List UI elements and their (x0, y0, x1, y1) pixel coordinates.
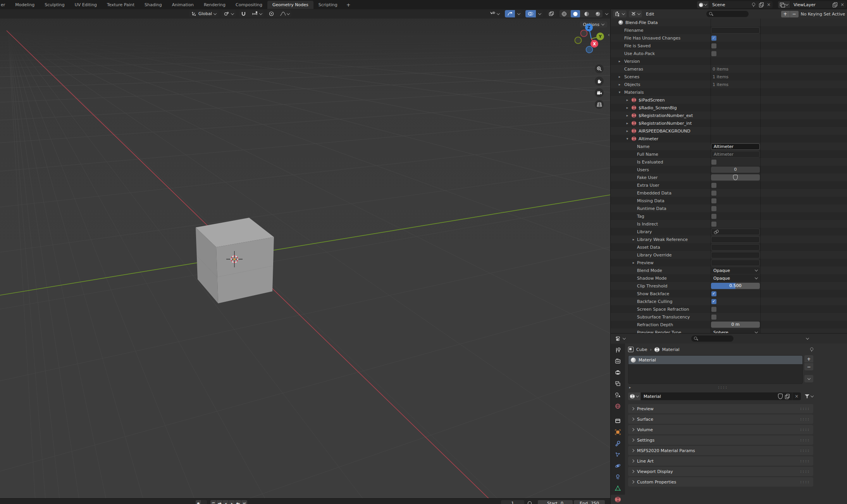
pan-button[interactable] (595, 77, 604, 86)
slot-specials-button[interactable] (804, 375, 813, 382)
outliner-row[interactable]: Embedded Data (611, 189, 847, 197)
keying-set-add-button[interactable]: + (781, 11, 790, 17)
show-overlays-toggle[interactable] (525, 10, 536, 17)
jump-to-start-button[interactable]: ⏮ (210, 500, 216, 504)
properties-editor-type-button[interactable] (614, 335, 627, 342)
workspace-tab-uv-editing[interactable]: UV Editing (70, 1, 102, 9)
outliner-row[interactable]: ▸Library Weak Reference (611, 236, 847, 243)
scene-browse-button[interactable] (697, 1, 709, 8)
properties-tab-object[interactable] (611, 427, 625, 437)
proportional-edit-group[interactable] (267, 10, 291, 17)
unlink-material-button[interactable]: × (792, 392, 801, 400)
outliner-row[interactable]: ▸AIRSPEEDBACKGROUND (611, 127, 847, 135)
outliner-row[interactable]: Extra User (611, 181, 847, 189)
expand-arrow-icon[interactable]: ▸ (618, 59, 621, 63)
properties-tab-output[interactable] (611, 368, 625, 377)
outliner-row[interactable]: ▸$RegistrationNumber_int (611, 119, 847, 127)
timeline-mode-value[interactable] (201, 500, 207, 504)
workspace-tab-shading[interactable]: Shading (139, 1, 167, 9)
outliner-row[interactable]: Subsurface Translucency (611, 313, 847, 321)
outliner-row[interactable]: Blend ModeOpaque (611, 267, 847, 274)
snap-toggle[interactable] (239, 10, 248, 17)
text-field[interactable] (711, 27, 760, 34)
proportional-falloff-dropdown[interactable] (278, 10, 291, 17)
workspace-tab-modeling[interactable]: Modeling (10, 1, 40, 9)
expand-arrow-icon[interactable]: ▸ (628, 385, 632, 389)
timeline-mode-button[interactable]: ● (196, 500, 201, 504)
outliner-row[interactable]: Preview Render TypeSphere (611, 329, 847, 333)
play-button[interactable]: ▸ (229, 500, 235, 504)
outliner-row[interactable]: ▸Preview (611, 259, 847, 267)
properties-tab-view-layer[interactable] (611, 379, 625, 389)
selectability-visibility-dropdown[interactable] (487, 10, 502, 17)
outliner-row[interactable]: Missing Data (611, 197, 847, 205)
pin-icon[interactable] (809, 347, 813, 352)
shading-material-button[interactable] (582, 10, 591, 17)
slot-remove-button[interactable]: − (804, 363, 813, 370)
panel-settings[interactable]: Settings:::: (628, 435, 813, 445)
checkbox[interactable] (711, 299, 716, 304)
checkbox[interactable] (711, 198, 716, 203)
timeline-strip[interactable]: ● ⏮ ◂◆ ◂ ▸ ◆▸ ⏭ 1 Start 0 End 250 (0, 498, 610, 504)
scene-name[interactable]: Scene (709, 2, 749, 7)
keying-set-remove-button[interactable]: − (790, 11, 799, 17)
expand-arrow-icon[interactable]: ▸ (625, 106, 629, 110)
outliner-row[interactable]: ▸$RegistrationNumber_ext (611, 112, 847, 119)
outliner-row[interactable]: Refraction Depth0 m (611, 321, 847, 329)
outliner-row[interactable]: Screen Space Refraction (611, 305, 847, 313)
outliner-row[interactable]: ▸Scenes1 items (611, 73, 847, 81)
viewlayer-selector[interactable]: ViewLayer × (778, 1, 846, 8)
checkbox[interactable] (711, 43, 716, 48)
checkbox[interactable] (711, 206, 716, 211)
properties-tab-collection[interactable] (611, 416, 625, 425)
jump-to-end-button[interactable]: ⏭ (241, 500, 247, 504)
navigation-gizmo[interactable]: ZYX (569, 20, 609, 66)
text-field[interactable]: Altimeter (711, 151, 760, 158)
outliner-row[interactable]: Shadow ModeOpaque (611, 274, 847, 282)
new-viewlayer-button[interactable] (831, 1, 838, 8)
workspace-tab-rendering[interactable]: Rendering (199, 1, 231, 9)
outliner-row[interactable]: NameAltimeter (611, 143, 847, 150)
next-keyframe-button[interactable]: ◆▸ (235, 500, 241, 504)
workspace-tab-sculpting[interactable]: Sculpting (40, 1, 69, 9)
perspective-toggle-button[interactable] (595, 100, 604, 109)
outliner-row[interactable]: ▸$Radio_ScreenBig (611, 104, 847, 112)
workspace-tab-animation[interactable]: Animation (167, 1, 199, 9)
checkbox[interactable] (711, 214, 716, 219)
empty-field[interactable] (711, 260, 760, 266)
outliner-row[interactable]: Library Override (611, 251, 847, 259)
filter-dropdown[interactable] (805, 394, 813, 399)
outliner-row[interactable]: Show Backface (611, 290, 847, 298)
panel-preview[interactable]: Preview:::: (628, 404, 813, 413)
outliner-row[interactable]: ▾Altimeter (611, 135, 847, 143)
properties-tab-tool[interactable] (611, 345, 625, 355)
viewlayer-name[interactable]: ViewLayer (790, 2, 831, 7)
text-field[interactable]: Altimeter (711, 143, 760, 150)
collapse-arrow-icon[interactable]: ▾ (618, 90, 621, 94)
pin-icon[interactable] (749, 1, 757, 8)
dropdown-select[interactable]: Opaque (711, 275, 760, 282)
slot-add-button[interactable]: + (804, 355, 813, 363)
outliner-row[interactable]: ▾Blend-File Data (611, 19, 847, 26)
display-mode-dropdown[interactable] (629, 10, 642, 17)
value-slider[interactable]: 0.500 (711, 283, 760, 289)
properties-search-input[interactable] (691, 335, 733, 342)
material-slot-list[interactable]: Material (628, 355, 803, 384)
transform-orientation-dropdown[interactable]: Global (189, 10, 219, 17)
value-field[interactable]: 0 m (711, 322, 760, 328)
outliner-row[interactable]: Full NameAltimeter (611, 150, 847, 158)
workspace-tab-scripting[interactable]: Scripting (313, 1, 343, 9)
workspace-tab-compositing[interactable]: Compositing (231, 1, 267, 9)
outliner-row[interactable]: Users0 (611, 166, 847, 174)
checkbox[interactable] (711, 183, 716, 188)
properties-tab-render[interactable] (611, 356, 625, 366)
dropdown-select[interactable]: Sphere (711, 329, 760, 334)
expand-arrow-icon[interactable]: ▸ (625, 129, 629, 133)
outliner-row[interactable]: File is Saved (611, 42, 847, 50)
properties-tab-modifiers[interactable] (611, 439, 625, 448)
library-field[interactable] (711, 229, 760, 235)
play-reverse-button[interactable]: ◂ (223, 500, 229, 504)
expand-arrow-icon[interactable]: ▸ (625, 114, 629, 117)
new-scene-button[interactable] (757, 1, 765, 8)
frame-start-field[interactable]: Start 0 (538, 500, 573, 504)
